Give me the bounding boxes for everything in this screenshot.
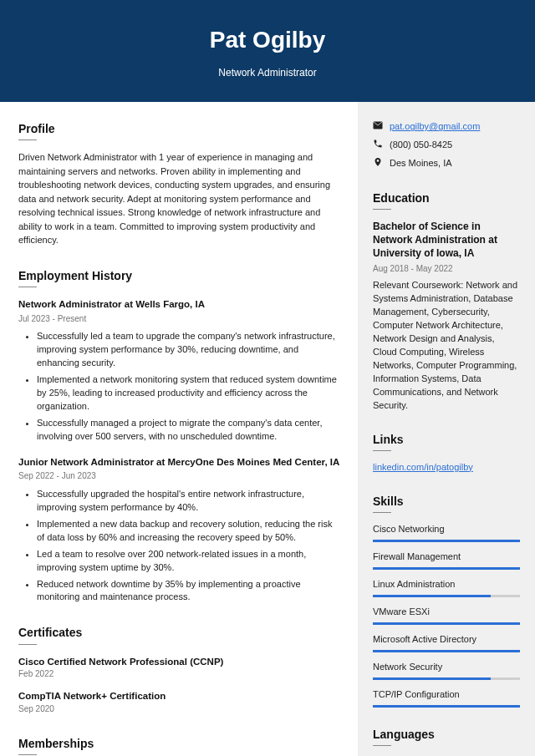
skill-bar-fill [373, 567, 520, 570]
section-heading: Languages [373, 726, 520, 743]
links-section: Links linkedin.com/in/patogilby [373, 431, 520, 474]
profile-section: Profile Driven Network Administrator wit… [18, 120, 341, 247]
skill-bar-fill [373, 622, 520, 625]
heading-underline [373, 512, 391, 513]
email-icon [373, 120, 383, 134]
section-heading: Memberships [18, 735, 341, 752]
education-text: Relevant Coursework: Network and Systems… [373, 279, 520, 412]
certificate-title: CompTIA Network+ Certification [18, 689, 341, 703]
section-heading: Certificates [18, 624, 341, 641]
contact-location: Des Moines, IA [390, 157, 452, 170]
job-dates: Jul 2023 - Present [18, 313, 341, 326]
certificate-date: Feb 2022 [18, 668, 341, 681]
contact-phone-row: (800) 050-8425 [373, 139, 520, 153]
location-icon [373, 157, 383, 171]
skill-name: TCP/IP Configuration [373, 688, 520, 702]
resume-body: Profile Driven Network Administrator wit… [0, 102, 535, 756]
education-section: Education Bachelor of Science in Network… [373, 190, 520, 413]
skill-bar [373, 540, 520, 542]
bullet-item: Implemented a new data backup and recove… [37, 518, 341, 545]
skill-bar-fill [373, 595, 491, 597]
job-bullets: Successfully upgraded the hospital's ent… [18, 488, 341, 605]
certificate-entry: Cisco Certified Network Professional (CC… [18, 655, 341, 681]
certificate-title: Cisco Certified Network Professional (CC… [18, 655, 341, 669]
job-dates: Sep 2022 - Jun 2023 [18, 470, 341, 483]
profile-text: Driven Network Administrator with 1 year… [18, 150, 341, 247]
section-heading: Education [373, 190, 520, 206]
bullet-item: Implemented a network monitoring system … [37, 373, 341, 414]
skill-name: Linux Administration [373, 578, 520, 591]
heading-underline [18, 644, 37, 645]
skill-name: Cisco Networking [373, 523, 520, 536]
certificate-entry: CompTIA Network+ Certification Sep 2020 [18, 689, 341, 715]
sidebar-column: pat.ogilby@gmail.com (800) 050-8425 Des … [358, 102, 535, 756]
contact-email[interactable]: pat.ogilby@gmail.com [390, 120, 480, 134]
skill-name: Firewall Management [373, 551, 520, 564]
bullet-item: Led a team to resolve over 200 network-r… [37, 548, 341, 575]
skill-name: VMware ESXi [373, 606, 520, 619]
job-entry: Junior Network Administrator at MercyOne… [18, 455, 341, 605]
resume-header: Pat Ogilby Network Administrator [0, 0, 535, 102]
person-title: Network Administrator [17, 66, 518, 80]
certificates-section: Certificates Cisco Certified Network Pro… [18, 624, 341, 715]
heading-underline [18, 754, 37, 755]
skill-entry: Linux Administration [373, 578, 520, 597]
skill-name: Microsoft Active Directory [373, 633, 520, 647]
linkedin-link[interactable]: linkedin.com/in/patogilby [373, 462, 473, 472]
skill-bar [373, 595, 520, 597]
bullet-item: Successfully upgraded the hospital's ent… [37, 488, 341, 515]
bullet-item: Successfully led a team to upgrade the c… [37, 330, 341, 370]
contact-email-row: pat.ogilby@gmail.com [373, 120, 520, 134]
section-heading: Profile [18, 120, 341, 137]
heading-underline [373, 450, 391, 451]
skills-section: Skills Cisco NetworkingFirewall Manageme… [373, 493, 520, 708]
memberships-section: Memberships CompTIA (The Computing Techn… [18, 735, 341, 756]
job-title: Network Administrator at Wells Fargo, IA [18, 297, 341, 312]
skill-bar [373, 705, 520, 708]
certificate-date: Sep 2020 [18, 703, 341, 716]
phone-icon [373, 139, 383, 153]
job-entry: Network Administrator at Wells Fargo, IA… [18, 297, 341, 444]
skill-entry: TCP/IP Configuration [373, 688, 520, 708]
employment-section: Employment History Network Administrator… [18, 267, 341, 605]
person-name: Pat Ogilby [17, 23, 518, 58]
skill-bar [373, 650, 520, 652]
bullet-item: Reduced network downtime by 35% by imple… [37, 578, 341, 605]
skill-entry: Network Security [373, 661, 520, 680]
heading-underline [18, 140, 37, 140]
education-dates: Aug 2018 - May 2022 [373, 263, 520, 276]
skill-bar [373, 677, 520, 680]
section-heading: Skills [373, 493, 520, 510]
heading-underline [373, 745, 391, 746]
skill-bar [373, 567, 520, 570]
skill-entry: Cisco Networking [373, 523, 520, 542]
heading-underline [373, 209, 391, 210]
skill-bar-fill [373, 677, 491, 680]
contact-section: pat.ogilby@gmail.com (800) 050-8425 Des … [373, 120, 520, 171]
bullet-item: Successfully managed a project to migrat… [37, 417, 341, 444]
skill-bar-fill [373, 540, 520, 542]
skill-bar-fill [373, 705, 520, 708]
skill-entry: VMware ESXi [373, 606, 520, 625]
section-heading: Employment History [18, 267, 341, 284]
skill-entry: Firewall Management [373, 551, 520, 570]
job-bullets: Successfully led a team to upgrade the c… [18, 330, 341, 444]
contact-location-row: Des Moines, IA [373, 157, 520, 171]
heading-underline [18, 287, 37, 287]
languages-section: Languages EnglishDutch [373, 726, 520, 756]
job-title: Junior Network Administrator at MercyOne… [18, 455, 341, 469]
skill-name: Network Security [373, 661, 520, 674]
education-degree: Bachelor of Science in Network Administr… [373, 220, 520, 261]
skill-entry: Microsoft Active Directory [373, 633, 520, 652]
contact-phone: (800) 050-8425 [390, 139, 452, 152]
skill-bar-fill [373, 650, 520, 652]
main-column: Profile Driven Network Administrator wit… [0, 102, 358, 756]
skill-bar [373, 622, 520, 625]
section-heading: Links [373, 431, 520, 448]
